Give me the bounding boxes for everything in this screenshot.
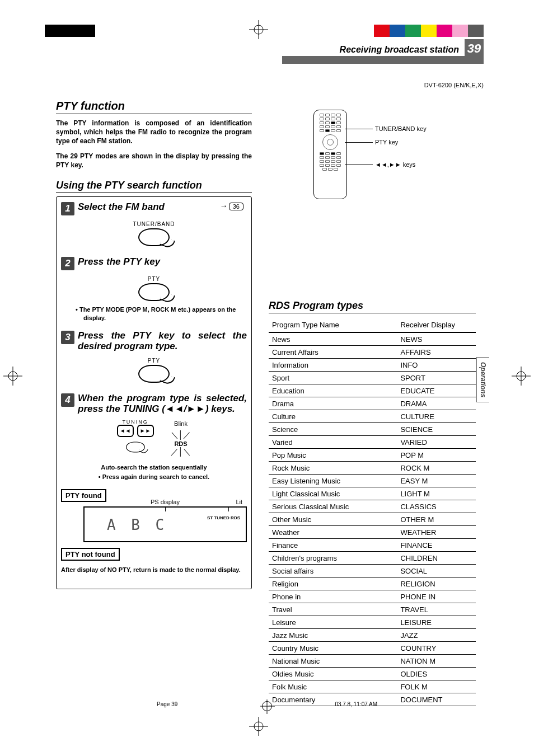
step-4: 4 When the program type is selected, pre… — [61, 393, 247, 573]
table-row: WeatherWEATHER — [269, 526, 476, 539]
cell-receiver-display: EASY M — [397, 475, 476, 487]
cell-receiver-display: SCIENCE — [397, 423, 476, 436]
cell-program-name: National Music — [269, 655, 397, 668]
cell-program-name: Folk Music — [269, 680, 397, 693]
cell-program-name: Pop Music — [269, 449, 397, 462]
cell-program-name: Phone in — [269, 590, 397, 603]
cell-program-name: Country Music — [269, 642, 397, 655]
blink-indicator: Blink ＼│／ RDS ／│＼ — [171, 420, 191, 457]
callout: ◄◄,►► keys — [375, 161, 415, 168]
table-row: Children's programsCHILDREN — [269, 552, 476, 565]
page-header: Receiving broadcast station 39 — [321, 39, 484, 58]
cell-receiver-display: JAZZ — [397, 629, 476, 642]
table-row: ReligionRELIGION — [269, 577, 476, 590]
cell-program-name: Information — [269, 359, 397, 372]
table-row: CultureCULTURE — [269, 410, 476, 423]
cell-receiver-display: PHONE IN — [397, 590, 476, 603]
cell-receiver-display: RELIGION — [397, 577, 476, 590]
table-row: Pop MusicPOP M — [269, 449, 476, 462]
heading-rds-program-types: RDS Program types — [269, 300, 476, 313]
cell-program-name: Easy Listening Music — [269, 475, 397, 487]
table-row: Easy Listening MusicEASY M — [269, 475, 476, 487]
cell-receiver-display: CHILDREN — [397, 552, 476, 565]
table-row: Current AffairsAFFAIRS — [269, 346, 476, 359]
cell-receiver-display: POP M — [397, 449, 476, 462]
cell-program-name: Religion — [269, 577, 397, 590]
chapter-tab: Operations — [476, 357, 489, 402]
note-text: After display of NO PTY, return is made … — [61, 566, 247, 573]
cell-receiver-display: WEATHER — [397, 526, 476, 539]
cell-program-name: Light Classical Music — [269, 487, 397, 500]
register-mark-icon — [262, 701, 272, 711]
cell-program-name: Science — [269, 423, 397, 436]
table-row: Social affairsSOCIAL — [269, 565, 476, 577]
body-text: The 29 PTY modes are shown in the displa… — [56, 152, 252, 170]
table-row: ScienceSCIENCE — [269, 423, 476, 436]
cell-program-name: Other Music — [269, 513, 397, 526]
step-title: When the program type is selected, press… — [78, 393, 247, 415]
heading-pty-function: PTY function — [56, 100, 252, 114]
table-row: DramaDRAMA — [269, 397, 476, 410]
forward-key-icon: ►► — [137, 425, 154, 437]
cell-program-name: Culture — [269, 410, 397, 423]
table-row: Country MusicCOUNTRY — [269, 642, 476, 655]
table-row: Other MusicOTHER M — [269, 513, 476, 526]
table-row: LeisureLEISURE — [269, 616, 476, 629]
table-row: Serious Classical MusicCLASSICS — [269, 500, 476, 513]
page-reference: →36 — [220, 201, 243, 210]
step-3: 3 Press the PTY key to select the desire… — [61, 330, 247, 385]
table-row: InformationINFO — [269, 359, 476, 372]
cell-receiver-display: SOCIAL — [397, 565, 476, 577]
figure-pty-button: PTY — [61, 276, 247, 303]
cell-receiver-display: LEISURE — [397, 616, 476, 629]
cell-receiver-display: VARIED — [397, 436, 476, 449]
table-header: Program Type Name — [269, 318, 397, 332]
cell-program-name: Rock Music — [269, 462, 397, 475]
cell-receiver-display: CULTURE — [397, 410, 476, 423]
label-pty-not-found: PTY not found — [61, 548, 120, 561]
register-mark — [512, 367, 531, 386]
step-1: 1 Select the FM band →36 TUNER/BAND — [61, 201, 247, 248]
heading-using-pty-search: Using the PTY search function — [56, 180, 252, 193]
step-2: 2 Press the PTY key PTY The PTY MODE (PO… — [61, 256, 247, 322]
figure-display-found: PS display Lit A B C ST TUNED RDS — [83, 506, 247, 542]
table-row: Jazz MusicJAZZ — [269, 629, 476, 642]
callout: TUNER/BAND key — [375, 125, 427, 132]
table-row: TravelTRAVEL — [269, 603, 476, 616]
cell-program-name: Social affairs — [269, 565, 397, 577]
step-badge: 2 — [61, 257, 74, 270]
cell-program-name: Leisure — [269, 616, 397, 629]
footer-date: 03.7.8, 11:07 AM — [335, 701, 377, 707]
cell-program-name: Oldies Music — [269, 668, 397, 680]
bullet-text: Press again during search to cancel. — [61, 473, 247, 481]
figure-tuner-band-button: TUNER/BAND — [61, 221, 247, 248]
label-pty-found: PTY found — [61, 489, 106, 502]
table-row: National MusicNATION M — [269, 655, 476, 668]
model-line: DVT-6200 (EN/K,E,X) — [424, 82, 484, 88]
cell-receiver-display: LIGHT M — [397, 487, 476, 500]
cell-receiver-display: OTHER M — [397, 513, 476, 526]
cell-program-name: Drama — [269, 397, 397, 410]
callout: PTY key — [375, 139, 398, 145]
cell-receiver-display: COUNTRY — [397, 642, 476, 655]
cell-receiver-display: OLDIES — [397, 668, 476, 680]
page-number-badge: 39 — [465, 39, 484, 58]
footer-page: Page 39 — [157, 701, 177, 707]
register-mark — [3, 367, 22, 386]
step-badge: 3 — [61, 331, 74, 344]
cell-program-name: Varied — [269, 436, 397, 449]
table-row: Oldies MusicOLDIES — [269, 668, 476, 680]
rewind-key-icon: ◄◄ — [117, 425, 134, 437]
rds-table: Program Type Name Receiver Display NewsN… — [269, 318, 476, 706]
cell-program-name: Sport — [269, 372, 397, 384]
cell-receiver-display: TRAVEL — [397, 603, 476, 616]
table-row: EducationEDUCATE — [269, 384, 476, 397]
bullet-text: The PTY MODE (POP M, ROCK M etc.) appear… — [61, 306, 247, 322]
table-header: Receiver Display — [397, 318, 476, 332]
cell-receiver-display: FINANCE — [397, 539, 476, 552]
table-row: Phone inPHONE IN — [269, 590, 476, 603]
cell-receiver-display: FOLK M — [397, 680, 476, 693]
figure-tuning-keys: TUNING ◄◄ ►► Blink ＼│／ RDS ／│＼ — [61, 419, 247, 458]
cell-receiver-display: INFO — [397, 359, 476, 372]
figure-remote-callouts: TUNER/BAND key PTY key ◄◄,►► keys — [313, 110, 459, 205]
